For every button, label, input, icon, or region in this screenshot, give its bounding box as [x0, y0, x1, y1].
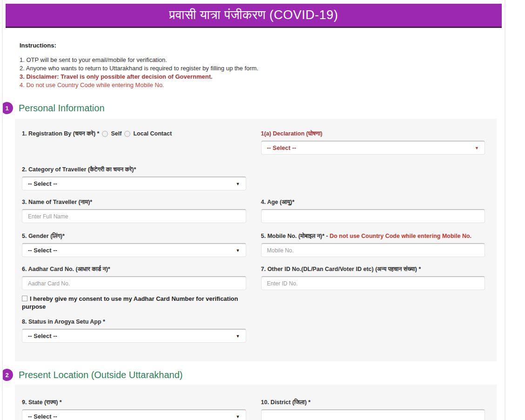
name-label: 3. Name of Traveller (नाम)*	[22, 198, 246, 206]
state-label: 9. State (राज्य) *	[22, 399, 246, 406]
instruction-item-disclaimer: 3. Disclaimer: Travel is only possible a…	[20, 73, 505, 81]
mobile-warning-text: Do not use Country Code while entering M…	[330, 233, 471, 239]
page-title: प्रवासी यात्रा पंजीकरण (COVID-19)	[169, 8, 338, 22]
instruction-item: 2. Anyone who wants to return to Uttarak…	[20, 64, 505, 73]
other-id-input[interactable]	[267, 277, 479, 290]
age-field-box	[261, 209, 485, 223]
arogya-setu-label: 8. Status in Arogya Setu App *	[22, 318, 246, 325]
mobile-label: 5. Mobile No. (मोबाइल न)* - Do not use C…	[261, 232, 485, 240]
aadhar-field-box	[22, 276, 246, 290]
instructions-heading: Instructions:	[20, 42, 505, 49]
chevron-down-icon: ▼	[236, 414, 240, 419]
district-input[interactable]	[267, 410, 479, 420]
aadhar-input[interactable]	[28, 277, 240, 290]
category-select[interactable]: -- Select -- ▼	[22, 176, 246, 190]
section-title: Personal Information	[19, 103, 105, 114]
district-label: 10. District (जिला) *	[261, 399, 485, 406]
arogya-setu-select[interactable]: -- Select -- ▼	[22, 329, 246, 343]
page-header: प्रवासी यात्रा पंजीकरण (COVID-19)	[6, 4, 502, 28]
consent-checkbox[interactable]	[22, 296, 27, 301]
category-label: 2. Category of Traveller (कैटेगरी का चयन…	[22, 166, 246, 173]
section-personal-information: 1 Personal Information	[3, 102, 505, 114]
age-label: 4. Age (आयु)*	[261, 198, 485, 206]
age-input[interactable]	[267, 210, 479, 223]
chevron-down-icon: ▼	[236, 182, 240, 186]
section-title: Present Location (Outside Uttarakhand)	[19, 370, 182, 380]
mobile-input[interactable]	[267, 244, 479, 257]
consent-label: I hereby give my consent to use my Aadha…	[22, 295, 238, 310]
declaration-select[interactable]: -- Select -- ▼	[261, 141, 485, 155]
registration-by-row: 1. Registration By (चयन करे) * Self Loca…	[22, 130, 246, 137]
chevron-down-icon: ▼	[236, 334, 240, 339]
mobile-field-box	[261, 243, 485, 257]
radio-local-contact[interactable]	[124, 131, 130, 137]
section-number-badge: 2	[2, 369, 13, 381]
name-input[interactable]	[28, 210, 240, 223]
radio-self-label[interactable]: Self	[111, 130, 121, 137]
present-location-panel: 9. State (राज्य) * -- Select -- ▼ 10. Di…	[15, 385, 497, 420]
registration-by-label: 1. Registration By (चयन करे) *	[22, 130, 99, 137]
state-select[interactable]: -- Select -- ▼	[22, 409, 246, 420]
instruction-item-country-code: 4. Do not use Country Code while enterin…	[20, 81, 505, 89]
chevron-down-icon: ▼	[475, 146, 479, 150]
chevron-down-icon: ▼	[236, 248, 240, 253]
district-field-box	[261, 409, 485, 420]
registration-page: प्रवासी यात्रा पंजीकरण (COVID-19) Instru…	[2, 0, 505, 420]
radio-local-contact-label[interactable]: Local Contact	[133, 130, 172, 137]
other-id-field-box	[261, 276, 485, 290]
instruction-item: 1. OTP will be sent to your email/mobile…	[20, 56, 505, 64]
other-id-label: 7. Other ID No.(DL/Pan Card/Voter ID etc…	[261, 265, 485, 273]
section-present-location: 2 Present Location (Outside Uttarakhand)	[3, 369, 505, 381]
instructions-block: Instructions: 1. OTP will be sent to you…	[20, 42, 505, 89]
gender-select[interactable]: -- Select -- ▼	[22, 243, 246, 257]
personal-information-panel: 1. Registration By (चयन करे) * Self Loca…	[15, 119, 497, 361]
name-field-box	[22, 209, 246, 223]
section-number-badge: 1	[2, 102, 13, 114]
gender-label: 5. Gender (लिंग)*	[22, 232, 246, 240]
aadhar-label: 6. Aadhar Card No. (आधार कार्ड न)*	[22, 265, 246, 273]
consent-row: I hereby give my consent to use my Aadha…	[22, 295, 250, 311]
radio-self[interactable]	[102, 131, 108, 137]
instructions-list: 1. OTP will be sent to your email/mobile…	[20, 56, 505, 89]
declaration-label: 1(a) Declaration (घोषणा)	[261, 130, 485, 137]
